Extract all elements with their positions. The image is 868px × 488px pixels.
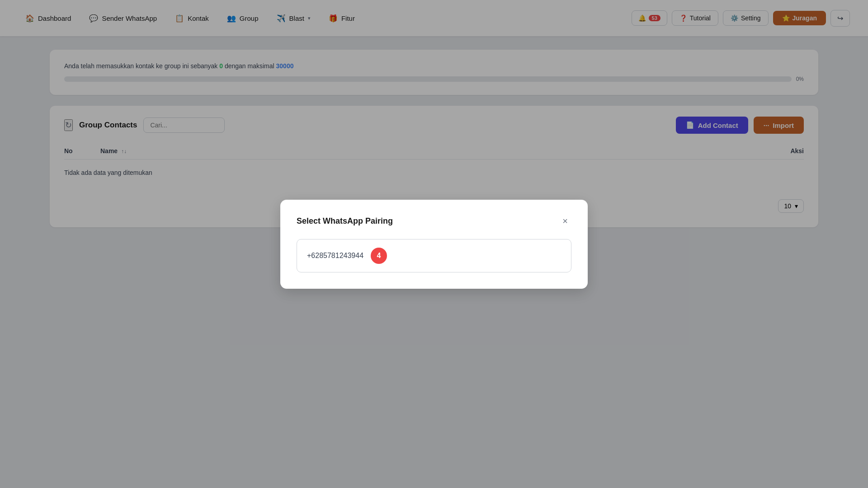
modal-close-button[interactable]: × [559,214,571,228]
close-icon: × [562,216,568,226]
modal: Select WhatsApp Pairing × +6285781243944… [280,200,588,289]
modal-title: Select WhatsApp Pairing [297,216,393,226]
modal-header: Select WhatsApp Pairing × [297,214,571,228]
modal-overlay[interactable]: Select WhatsApp Pairing × +6285781243944… [0,0,868,488]
pairing-count-badge: 4 [371,248,387,264]
pairing-option[interactable]: +6285781243944 4 [297,239,571,272]
pairing-phone: +6285781243944 [307,252,363,260]
